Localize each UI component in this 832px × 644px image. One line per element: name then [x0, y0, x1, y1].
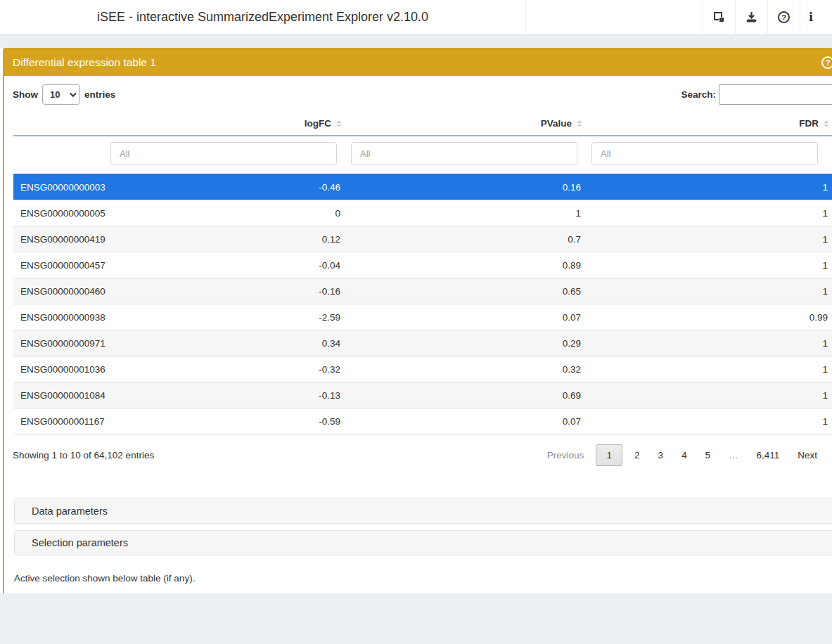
- search-control: Search:: [681, 84, 832, 105]
- table-row[interactable]: ENSG00000001167-0.590.071: [13, 408, 832, 434]
- show-label: Show: [13, 89, 38, 100]
- column-header-rownames: [13, 112, 107, 136]
- cell-pvalue: 0.32: [347, 356, 588, 382]
- cell-logfc: 0: [107, 200, 347, 226]
- cell-logfc: 0.12: [107, 226, 347, 252]
- selection-parameters-section[interactable]: Selection parameters: [14, 530, 832, 555]
- cell-logfc: -2.59: [107, 304, 347, 330]
- page-button[interactable]: 5: [696, 444, 719, 466]
- sort-icon: [336, 120, 342, 127]
- page-ellipsis: …: [719, 444, 748, 466]
- table-row[interactable]: ENSG00000000005011: [13, 200, 832, 226]
- next-page-button[interactable]: Next: [788, 444, 826, 466]
- export-button[interactable]: [735, 0, 767, 34]
- documentation-button[interactable]: ?: [767, 0, 800, 34]
- cell-rowname: ENSG00000000005: [13, 200, 107, 226]
- cell-fdr: 1: [588, 226, 832, 252]
- panel-title: Differential expression table 1: [13, 56, 156, 69]
- page-button[interactable]: 4: [672, 444, 696, 466]
- panel-help-icon[interactable]: ?: [821, 56, 832, 69]
- page-button[interactable]: 6,411: [747, 444, 788, 466]
- cell-fdr: 1: [588, 200, 832, 226]
- cell-logfc: -0.46: [107, 174, 347, 200]
- info-icon: i: [809, 11, 813, 24]
- cell-pvalue: 0.07: [347, 304, 588, 330]
- cell-rowname: ENSG00000001036: [13, 356, 107, 382]
- navbar-spacer: [526, 0, 703, 34]
- page-background-strip: [0, 35, 832, 48]
- cell-pvalue: 0.7: [347, 226, 588, 252]
- table-row[interactable]: ENSG000000009710.340.291: [13, 330, 832, 356]
- table-row[interactable]: ENSG00000000003-0.460.161: [13, 174, 832, 200]
- selection-parameters-label: Selection parameters: [32, 537, 128, 548]
- cell-rowname: ENSG00000001084: [13, 382, 107, 408]
- column-filter-pvalue[interactable]: [351, 142, 577, 165]
- pagination-pages: 12345…6,411: [593, 444, 788, 466]
- table-row[interactable]: ENSG000000004190.120.71: [13, 226, 832, 252]
- cell-fdr: 1: [588, 174, 832, 200]
- cell-logfc: -0.13: [107, 382, 347, 408]
- table-row[interactable]: ENSG00000000460-0.160.651: [13, 278, 832, 304]
- cell-fdr: 1: [588, 408, 832, 434]
- column-header-pvalue[interactable]: PValue: [347, 112, 588, 136]
- app-title: iSEE - interactive SummarizedExperiment …: [0, 0, 526, 34]
- cell-rowname: ENSG00000000419: [13, 226, 107, 252]
- table-controls: Show 10 entries Search:: [13, 84, 832, 105]
- table-row[interactable]: ENSG00000000938-2.590.070.99: [13, 304, 832, 330]
- cell-logfc: -0.32: [107, 356, 347, 382]
- column-filter-fdr[interactable]: [591, 142, 818, 165]
- data-table: logFC PValue FDR ENSG00000000003-0.46: [13, 112, 832, 434]
- organize-panels-button[interactable]: [703, 0, 735, 34]
- column-filter-logfc[interactable]: [110, 142, 337, 165]
- cell-pvalue: 0.29: [347, 330, 588, 356]
- cell-rowname: ENSG00000000457: [13, 252, 107, 278]
- page-button[interactable]: 1: [596, 444, 622, 466]
- data-parameters-section[interactable]: Data parameters: [14, 498, 832, 524]
- cell-pvalue: 0.69: [347, 382, 588, 408]
- cell-fdr: 1: [588, 278, 832, 304]
- pagination: Previous 12345…6,411 Next: [538, 444, 832, 466]
- cell-fdr: 1: [588, 330, 832, 356]
- search-label: Search:: [681, 89, 716, 100]
- table-row[interactable]: ENSG00000001084-0.130.691: [13, 382, 832, 408]
- column-header-logfc[interactable]: logFC: [107, 112, 347, 136]
- table-row[interactable]: ENSG00000000457-0.040.891: [13, 252, 832, 278]
- cell-rowname: ENSG00000000971: [13, 330, 107, 356]
- table-body: ENSG00000000003-0.460.161ENSG00000000005…: [13, 174, 832, 434]
- filter-cell-rownames: [13, 136, 107, 174]
- download-icon: [745, 11, 757, 23]
- question-circle-icon: ?: [778, 11, 790, 23]
- cell-fdr: 1: [588, 252, 832, 278]
- sort-icon: [577, 120, 582, 127]
- page-button[interactable]: 3: [648, 444, 672, 466]
- cell-rowname: ENSG00000000938: [13, 304, 107, 330]
- page-button[interactable]: 2: [625, 444, 649, 466]
- active-selection-note: Active selection shown below table (if a…: [14, 573, 832, 584]
- previous-page-button[interactable]: Previous: [538, 444, 594, 466]
- cell-pvalue: 0.65: [347, 278, 588, 304]
- cell-pvalue: 0.07: [347, 408, 588, 434]
- about-button[interactable]: i: [800, 0, 832, 34]
- diff-expression-table-panel: Differential expression table 1 ? Show 1…: [3, 48, 832, 596]
- page-background-bottom: [0, 593, 832, 644]
- panel-body: Show 10 entries Search:: [4, 76, 832, 595]
- sort-icon: [824, 120, 829, 127]
- cell-rowname: ENSG00000000003: [13, 174, 107, 200]
- cell-logfc: 0.34: [107, 330, 347, 356]
- organize-panels-icon: [714, 12, 724, 22]
- cell-pvalue: 0.89: [347, 252, 588, 278]
- navbar: iSEE - interactive SummarizedExperiment …: [0, 0, 832, 35]
- cell-rowname: ENSG00000000460: [13, 278, 107, 304]
- table-row[interactable]: ENSG00000001036-0.320.321: [13, 356, 832, 382]
- panel-header[interactable]: Differential expression table 1 ?: [4, 49, 832, 76]
- cell-fdr: 0.99: [588, 304, 832, 330]
- column-header-fdr[interactable]: FDR: [588, 112, 832, 136]
- table-header-row: logFC PValue FDR: [13, 112, 832, 136]
- cell-logfc: -0.16: [107, 278, 347, 304]
- cell-logfc: -0.04: [107, 252, 347, 278]
- search-input[interactable]: [719, 84, 832, 105]
- page-length-select[interactable]: 10: [42, 84, 80, 105]
- cell-pvalue: 0.16: [347, 174, 588, 200]
- cell-rowname: ENSG00000001167: [13, 408, 107, 434]
- cell-pvalue: 1: [347, 200, 588, 226]
